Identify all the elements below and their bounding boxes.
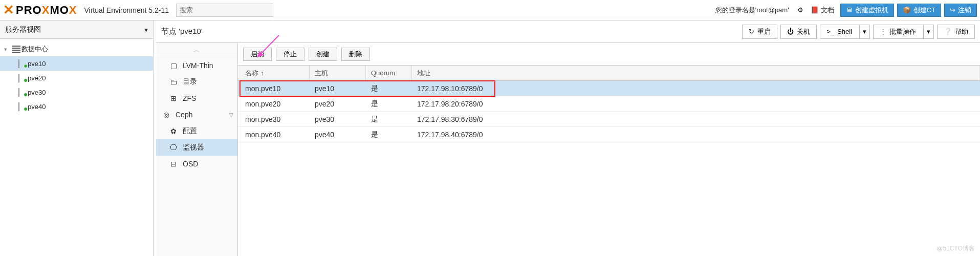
gear-icon: ✿ <box>169 127 178 135</box>
help-button[interactable]: ❔帮助 <box>937 25 975 39</box>
scroll-up-button[interactable]: ︿ <box>156 43 237 57</box>
page-title: 节点 'pve10' <box>161 27 203 36</box>
logo-text-3: MO <box>50 4 69 17</box>
ceph-icon: ◎ <box>162 111 170 119</box>
cell-host: pve40 <box>310 131 366 139</box>
cell-host: pve20 <box>310 100 366 108</box>
tree-node-pve20[interactable]: pve20 <box>0 71 153 85</box>
table-row[interactable]: mon.pve20 pve20 是 172.17.98.20:6789/0 <box>238 96 980 112</box>
subnav-item-目录[interactable]: 🗀 目录 <box>156 74 237 90</box>
power-icon: ⏻ <box>787 28 794 35</box>
cell-addr: 172.17.98.40:6789/0 <box>412 131 980 139</box>
cell-quorum: 是 <box>366 84 412 93</box>
col-header-addr[interactable]: 地址 <box>412 66 980 80</box>
expander-icon[interactable]: ▾ <box>4 46 11 53</box>
server-icon <box>17 60 28 67</box>
chevron-down-icon: ▽ <box>229 112 233 118</box>
col-name-label: 名称 <box>245 69 258 78</box>
cell-name: mon.pve30 <box>238 115 310 123</box>
server-icon <box>17 89 28 96</box>
subnav-item-配置[interactable]: ✿ 配置 <box>156 123 237 139</box>
stop-button[interactable]: 停止 <box>276 48 304 61</box>
node-label: pve40 <box>28 103 46 111</box>
node-label: pve30 <box>28 89 46 96</box>
shell-label: Shell <box>837 28 856 35</box>
create-vm-button[interactable]: 🖥 创建虚拟机 <box>840 4 894 17</box>
main-panel: 节点 'pve10' ↻重启 ⏻关机 >_Shell▾ ⋮批量操作▾ ❔帮助 ︿… <box>156 20 980 256</box>
shutdown-button[interactable]: ⏻关机 <box>780 25 817 39</box>
cell-host: pve10 <box>310 84 366 93</box>
subnav-item-OSD[interactable]: ⊟ OSD <box>156 156 237 172</box>
logo-text-2: X <box>42 4 50 17</box>
cell-name: mon.pve10 <box>238 84 310 93</box>
subnav-label: 监视器 <box>183 143 204 152</box>
logo-text-4: X <box>69 4 77 17</box>
cell-addr: 172.17.98.20:6789/0 <box>412 100 980 108</box>
logout-button[interactable]: ↪ 注销 <box>944 4 977 17</box>
docs-link[interactable]: 📕 文档 <box>811 6 834 15</box>
table-row[interactable]: mon.pve30 pve30 是 172.17.98.30:6789/0 <box>238 112 980 127</box>
tree-node-pve10[interactable]: pve10 <box>0 56 153 71</box>
create-ct-button[interactable]: 📦 创建CT <box>897 4 941 17</box>
view-selector[interactable]: 服务器视图 ▾ <box>0 20 153 39</box>
start-button[interactable]: 启动 <box>243 48 272 61</box>
environment-label: Virtual Environment 5.2-11 <box>84 6 169 14</box>
reboot-button[interactable]: ↻重启 <box>742 25 777 39</box>
subnav-item-LVM-Thin[interactable]: ▢ LVM-Thin <box>156 57 237 74</box>
logout-label: 注销 <box>958 6 971 15</box>
bulk-label: 批量操作 <box>889 27 920 36</box>
reboot-label: 重启 <box>757 27 771 36</box>
subnav-item-ZFS[interactable]: ⊞ ZFS <box>156 90 237 106</box>
subnav-label: Ceph <box>176 111 192 119</box>
cell-addr: 172.17.98.30:6789/0 <box>412 115 980 123</box>
chevron-down-icon[interactable]: ▾ <box>859 25 869 38</box>
watermark: @51CTO博客 <box>937 244 975 253</box>
subnav-item-Ceph[interactable]: ◎ Ceph▽ <box>156 106 237 123</box>
top-bar: ✕ PRO X MO X Virtual Environment 5.2-11 … <box>0 0 980 20</box>
tree-datacenter[interactable]: ▾ 数据中心 <box>0 42 153 56</box>
delete-button[interactable]: 删除 <box>341 48 370 61</box>
subnav-label: ZFS <box>183 94 196 102</box>
reload-icon: ↻ <box>749 28 754 35</box>
datacenter-icon <box>11 46 21 53</box>
sub-navigation: ︿ ▢ LVM-Thin 🗀 目录 ⊞ ZFS ◎ Ceph▽ ✿ 配置 🖵 监… <box>156 43 238 256</box>
node-label: pve20 <box>28 74 46 82</box>
table-row[interactable]: mon.pve10 pve10 是 172.17.98.10:6789/0 <box>238 81 980 96</box>
table-row[interactable]: mon.pve40 pve40 是 172.17.98.40:6789/0 <box>238 127 980 142</box>
cell-name: mon.pve20 <box>238 100 310 108</box>
shell-button[interactable]: >_Shell▾ <box>820 25 870 39</box>
grid-icon: ⊞ <box>169 94 178 102</box>
chevron-down-icon: ▾ <box>144 26 148 34</box>
bulk-button[interactable]: ⋮批量操作▾ <box>873 25 934 39</box>
cube-icon: 📦 <box>903 6 911 14</box>
logo-text-1: PRO <box>16 4 42 17</box>
main-header: 节点 'pve10' ↻重启 ⏻关机 >_Shell▾ ⋮批量操作▾ ❔帮助 <box>156 20 980 43</box>
login-label: 您的登录名是'root@pam' <box>715 6 789 15</box>
subnav-label: LVM-Thin <box>183 61 213 70</box>
create-button[interactable]: 创建 <box>309 48 337 61</box>
docs-label: 文档 <box>821 6 834 15</box>
tree-node-pve30[interactable]: pve30 <box>0 85 153 99</box>
grid-header: 名称↑ 主机 Quorum 地址 <box>238 66 980 81</box>
cell-quorum: 是 <box>366 99 412 109</box>
cell-quorum: 是 <box>366 130 412 139</box>
search-input[interactable] <box>176 4 273 17</box>
gear-icon[interactable]: ⚙ <box>795 6 805 14</box>
tree-node-pve40[interactable]: pve40 <box>0 99 153 114</box>
chevron-down-icon[interactable]: ▾ <box>923 25 933 38</box>
col-header-quorum[interactable]: Quorum <box>366 66 412 80</box>
create-ct-label: 创建CT <box>913 6 935 15</box>
view-label: 服务器视图 <box>5 25 41 34</box>
monitor-icon: 🖵 <box>169 143 178 152</box>
subnav-label: 目录 <box>183 77 197 87</box>
folder-icon: 🗀 <box>169 78 178 86</box>
logout-icon: ↪ <box>950 6 955 14</box>
subnav-label: OSD <box>183 160 198 168</box>
create-vm-label: 创建虚拟机 <box>855 6 888 15</box>
col-header-host[interactable]: 主机 <box>310 66 366 80</box>
cell-name: mon.pve40 <box>238 131 310 139</box>
col-header-name[interactable]: 名称↑ <box>238 66 310 80</box>
▢-icon: ▢ <box>169 61 178 70</box>
logo-x-icon: ✕ <box>3 2 15 18</box>
subnav-item-监视器[interactable]: 🖵 监视器 <box>156 139 237 156</box>
